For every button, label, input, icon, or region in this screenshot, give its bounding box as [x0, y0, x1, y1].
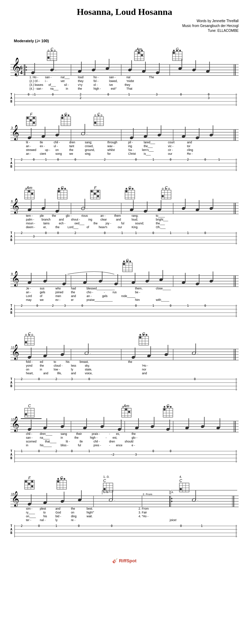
svg-point-657 — [166, 428, 170, 431]
svg-text:yond: yond — [26, 364, 33, 367]
svg-text:Christ: Christ — [128, 152, 136, 155]
svg-text:3: 3 — [33, 235, 35, 238]
svg-text:1: 1 — [187, 231, 189, 235]
svg-text:on: on — [26, 368, 29, 371]
svg-text:0: 0 — [81, 304, 83, 307]
svg-point-629 — [167, 406, 168, 408]
svg-text:A: A — [10, 381, 12, 384]
svg-point-631 — [163, 409, 166, 411]
svg-point-314 — [162, 188, 163, 189]
svg-point-10 — [54, 50, 55, 51]
svg-text:(2.) Ol -: (2.) Ol - — [29, 79, 39, 83]
svg-text:1: 1 — [21, 449, 23, 453]
svg-text:dren: dren — [109, 440, 115, 443]
svg-text:A: A — [10, 235, 12, 238]
svg-text:the: the — [94, 222, 98, 225]
svg-text:1: 1 — [152, 158, 154, 161]
svg-text:and: and — [116, 218, 121, 221]
svg-text:ho -: ho - — [94, 75, 99, 79]
svg-point-549 — [131, 356, 135, 359]
svg-text:bliss -: bliss - — [61, 444, 68, 447]
svg-text:tle: tle — [40, 141, 43, 144]
svg-text:joice!: joice! — [169, 518, 177, 522]
svg-text:rang;: rang; — [132, 214, 138, 217]
svg-text:'Ho -: 'Ho - — [142, 364, 148, 367]
svg-point-343 — [181, 207, 186, 210]
svg-text:low -: low - — [54, 368, 60, 371]
svg-point-724 — [25, 481, 27, 483]
svg-text:ol -: ol - — [94, 83, 98, 87]
svg-text:who: who — [55, 287, 61, 290]
svg-text:glo -: glo - — [132, 436, 137, 439]
svg-text:B: B — [10, 311, 12, 314]
svg-text:2: 2 — [80, 93, 81, 96]
svg-text:our: our — [168, 152, 172, 155]
svg-text:high!": high!" — [87, 511, 94, 514]
svg-text:1.-3.: 1.-3. — [103, 491, 109, 494]
page: Hosanna, Loud Hosanna Words by Jennette … — [0, 0, 249, 644]
svg-point-528 — [143, 334, 144, 336]
svg-text:scorned: scorned — [26, 440, 37, 443]
svg-text:(3.) leaves: (3.) leaves — [29, 83, 43, 87]
svg-text:0: 0 — [38, 377, 40, 381]
svg-text:the: the — [69, 148, 73, 152]
svg-text:C: C — [103, 478, 106, 483]
svg-point-454 — [209, 279, 213, 283]
svg-text:0: 0 — [204, 158, 206, 161]
svg-point-419 — [126, 261, 128, 262]
svg-text:T: T — [10, 524, 12, 528]
svg-text:C: C — [179, 478, 182, 483]
svg-point-137 — [30, 119, 32, 122]
svg-text:palm -: palm - — [26, 218, 34, 221]
svg-text:2: 2 — [21, 231, 23, 235]
svg-text:4.: 4. — [171, 491, 174, 494]
svg-text:1: 1 — [152, 304, 154, 307]
svg-point-616 — [125, 409, 127, 411]
svg-text:whilst: whilst — [107, 148, 115, 152]
svg-text:2: 2 — [74, 231, 76, 235]
svg-text:Moderately (♩= 100): Moderately (♩= 100) — [14, 39, 49, 43]
svg-point-452 — [195, 282, 199, 286]
svg-text:0: 0 — [71, 449, 73, 453]
svg-text:ev -: ev - — [55, 298, 60, 302]
svg-text:na!___: na!___ — [61, 75, 70, 79]
svg-text:2: 2 — [104, 158, 106, 161]
svg-text:wait.: wait. — [86, 515, 92, 518]
svg-text:tem -: tem - — [26, 214, 33, 217]
svg-rect-753 — [179, 483, 189, 492]
svg-text:T: T — [10, 377, 12, 381]
svg-text:0: 0 — [36, 304, 38, 307]
svg-text:𝄞: 𝄞 — [11, 198, 19, 214]
svg-text:cho -: cho - — [87, 290, 93, 294]
svg-text:1.-3.: 1.-3. — [103, 475, 109, 478]
svg-text::1: :1 — [32, 93, 36, 96]
svg-text:4.: 4. — [179, 475, 182, 478]
svg-text:shout -: shout - — [71, 218, 80, 221]
svg-text:tant: tant — [69, 144, 74, 148]
svg-text:prais -: prais - — [92, 432, 100, 436]
svg-point-306 — [125, 190, 127, 193]
svg-text:song: song — [55, 152, 62, 155]
svg-point-163 — [94, 122, 96, 124]
svg-text:they: they — [125, 83, 131, 87]
svg-point-191 — [195, 136, 199, 140]
svg-text:0: 0 — [28, 93, 29, 96]
svg-text:B: B — [10, 456, 12, 460]
svg-text:glo -: glo - — [66, 214, 72, 217]
svg-text:and: and — [142, 372, 147, 375]
svg-point-440 — [114, 282, 118, 286]
svg-text:That: That — [126, 87, 133, 90]
svg-point-73 — [192, 68, 196, 72]
svg-text:0: 0 — [135, 158, 137, 161]
svg-text:0: 0 — [204, 231, 206, 235]
svg-text:of: of — [40, 294, 43, 298]
svg-text:B: B — [10, 384, 12, 388]
svg-text:e -: e - — [132, 444, 135, 447]
svg-point-150 — [65, 115, 66, 116]
credits-line3: Tune: ELLACOMBE — [10, 28, 239, 33]
svg-point-515 — [32, 334, 33, 336]
svg-text:sky.: sky. — [85, 364, 90, 367]
svg-text:his: his — [43, 515, 47, 518]
svg-text:A: A — [10, 161, 12, 165]
svg-point-160 — [95, 115, 96, 116]
